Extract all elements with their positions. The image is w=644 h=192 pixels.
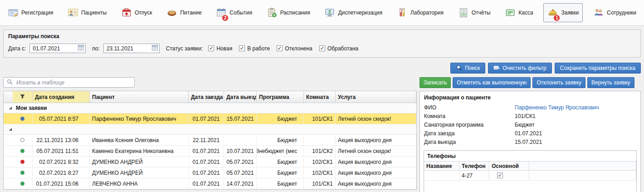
grid-header-program[interactable]: Программа xyxy=(257,91,304,103)
toolbar-button-events[interactable]: События2 xyxy=(212,3,256,22)
toolbar-button-requests[interactable]: Заявки1 xyxy=(543,3,583,22)
toolbar-button-label: Лаборатория xyxy=(410,10,444,16)
grid-header-departure[interactable]: Дата выезда xyxy=(224,91,257,103)
status-checkbox-1[interactable]: ✓В работе xyxy=(239,45,270,52)
row-status-cell xyxy=(13,167,33,178)
table-search[interactable] xyxy=(3,77,135,88)
phones-panel: Телефоны НазваниеТелефонОсновной 4-27✓ xyxy=(424,150,637,192)
cell-arrival: 01.07.2021 xyxy=(189,178,224,189)
patient-info-title: Информация о пациенте xyxy=(420,91,640,103)
table-row[interactable]: 02.07.2021 8:27ДУМЕНКО АНДРЕЙ01.07.20210… xyxy=(4,167,416,178)
cell-created: 02.07.2021 8:27 xyxy=(33,167,90,178)
return-request-label: Вернуть заявку xyxy=(591,79,630,86)
table-search-input[interactable] xyxy=(15,79,131,86)
info-field-row: Дата выезда15.07.2021 xyxy=(420,138,640,147)
grid-body: Мои заявки05.07.2021 8:57Парфененко Тиму… xyxy=(4,103,416,189)
mark-done-button[interactable]: Отметить как выполненную xyxy=(453,77,531,88)
cell-service: Летний сезон скидок! xyxy=(336,113,416,124)
group-row[interactable]: Мои заявки xyxy=(4,103,416,113)
calendar-icon[interactable] xyxy=(152,45,158,52)
record-button[interactable]: Записать xyxy=(420,77,451,88)
checkbox-icon[interactable]: ✓ xyxy=(208,45,214,51)
cell-arrival: 01.07.2021 xyxy=(189,146,224,156)
group-expand-icon[interactable] xyxy=(9,107,12,109)
row-status-cell xyxy=(13,113,33,124)
toolbar-button-reports[interactable]: Отчёты xyxy=(454,3,495,22)
grid-header-room[interactable]: Комната xyxy=(304,91,336,103)
request-details-panel: Записать Отметить как выполненную Отклон… xyxy=(420,77,641,192)
phones-header-col-1: Телефон xyxy=(459,162,489,170)
status-checkbox-2[interactable]: ✓Отклонена xyxy=(277,45,312,52)
date-to-input[interactable]: 23.11.2021 xyxy=(103,44,160,53)
cell-patient: ДУМЕНКО АНДРЕЙ xyxy=(90,167,189,178)
toolbar-button-nutrition[interactable]: Питание xyxy=(162,3,205,22)
cell-service: Акция выходного дня xyxy=(336,157,416,167)
laboratory-icon xyxy=(397,7,408,18)
grid-header-service[interactable]: Услуга xyxy=(336,91,416,103)
status-checkbox-3[interactable]: ✓Обработана xyxy=(319,45,358,52)
table-row[interactable]: 01.07.2021 15:06ЛЕВЧЕНКО АННА01.07.20211… xyxy=(4,178,416,189)
date-from-value: 01.07.2021 xyxy=(33,45,60,52)
calendar-icon[interactable] xyxy=(78,45,84,52)
info-field-row: ФИОПарфененко Тимур Ярославович xyxy=(420,103,640,112)
phones-header-col-2: Основной xyxy=(489,162,529,170)
toolbar-button-staff[interactable]: Сотрудники xyxy=(589,3,640,22)
group-label: Мои заявки xyxy=(16,105,47,111)
checkbox-icon[interactable]: ✓ xyxy=(277,45,283,51)
row-gutter xyxy=(4,178,13,189)
registration-icon xyxy=(8,7,19,18)
dispatch-icon xyxy=(324,7,335,18)
grid-header-status[interactable] xyxy=(13,91,33,103)
phones-header: НазваниеТелефонОсновной xyxy=(424,161,636,171)
info-field-label: Дата выезда xyxy=(424,139,515,146)
toolbar-button-laboratory[interactable]: Лаборатория xyxy=(393,3,448,22)
group-expand-icon[interactable] xyxy=(9,128,12,131)
toolbar-button-cash[interactable]: Касса xyxy=(501,3,537,22)
toolbar-button-vacation[interactable]: Отпуск xyxy=(117,3,156,22)
filter-icon[interactable] xyxy=(20,94,25,100)
table-row[interactable]: 05.07.2021 11:51Каменко Екатерина Никола… xyxy=(4,146,416,157)
table-row[interactable]: 05.07.2021 8:57Парфененко Тимур Ярославо… xyxy=(4,113,416,124)
toolbar-button-label: Питание xyxy=(180,10,201,16)
toolbar-button-registration[interactable]: Регистрация xyxy=(4,3,57,22)
clear-filter-button[interactable]: Очистить фильтр xyxy=(488,63,552,74)
toolbar-button-schedules[interactable]: Расписания xyxy=(263,3,314,22)
save-search-params-button[interactable]: Сохранить параметры поиска xyxy=(555,63,641,74)
toolbar-button-dispatch[interactable]: Диспетчеризация xyxy=(320,3,386,22)
grid-header-arrival[interactable]: Дата заезда xyxy=(189,91,224,103)
cell-arrival: 01.07.2021 xyxy=(189,157,224,167)
search-button[interactable]: Поиск xyxy=(450,63,485,74)
cell-program: Бюджет xyxy=(257,135,304,145)
cell-patient: ДУМЕНКО АНДРЕЙ xyxy=(90,157,189,167)
requests-grid: Дата созданияПациентДата заездаДата выез… xyxy=(3,91,417,190)
return-request-button[interactable]: Вернуть заявку xyxy=(587,77,634,88)
status-dot-green xyxy=(20,171,24,175)
toolbar-button-label: Заявки xyxy=(561,10,579,16)
cell-patient: Иванева Ксения Олеговна xyxy=(90,135,189,145)
cell-departure: 15.07.2021 xyxy=(224,113,257,124)
toolbar-button-label: Расписания xyxy=(280,10,310,16)
table-row[interactable]: 02.07.2021 8:32ДУМЕНКО АНДРЕЙ01.07.20210… xyxy=(4,157,416,167)
grid-header-created[interactable]: Дата создания xyxy=(33,91,90,103)
grid-header-patient[interactable]: Пациент xyxy=(90,91,189,103)
toolbar-button-patients[interactable]: Пациенты xyxy=(63,3,111,22)
cell-created: 02.07.2021 8:32 xyxy=(33,157,90,167)
cell-program: Бюджет xyxy=(257,178,304,189)
row-gutter xyxy=(4,135,13,145)
checkbox-icon[interactable]: ✓ xyxy=(239,45,245,51)
checkbox-icon[interactable]: ✓ xyxy=(319,45,325,51)
cell-created: 05.07.2021 8:57 xyxy=(33,113,90,124)
patient-name-link[interactable]: Парфененко Тимур Ярославович xyxy=(515,104,599,111)
phone-row[interactable]: 4-27✓ xyxy=(424,171,636,181)
group-row[interactable] xyxy=(4,124,416,135)
toolbar-button-label: Отпуск xyxy=(135,10,152,16)
reports-icon xyxy=(458,7,469,18)
primary-checkbox[interactable]: ✓ xyxy=(497,172,503,178)
status-checkbox-0[interactable]: ✓Новая xyxy=(208,45,232,52)
date-from-input[interactable]: 01.07.2021 xyxy=(29,44,86,53)
toolbar-button-label: Регистрация xyxy=(21,10,53,16)
status-dot-green xyxy=(20,149,24,153)
table-row[interactable]: 22.11.2021 13:06Иванева Ксения Олеговна2… xyxy=(4,135,416,146)
reject-request-button[interactable]: Отклонить заявку xyxy=(532,77,585,88)
cell-room xyxy=(304,135,336,145)
